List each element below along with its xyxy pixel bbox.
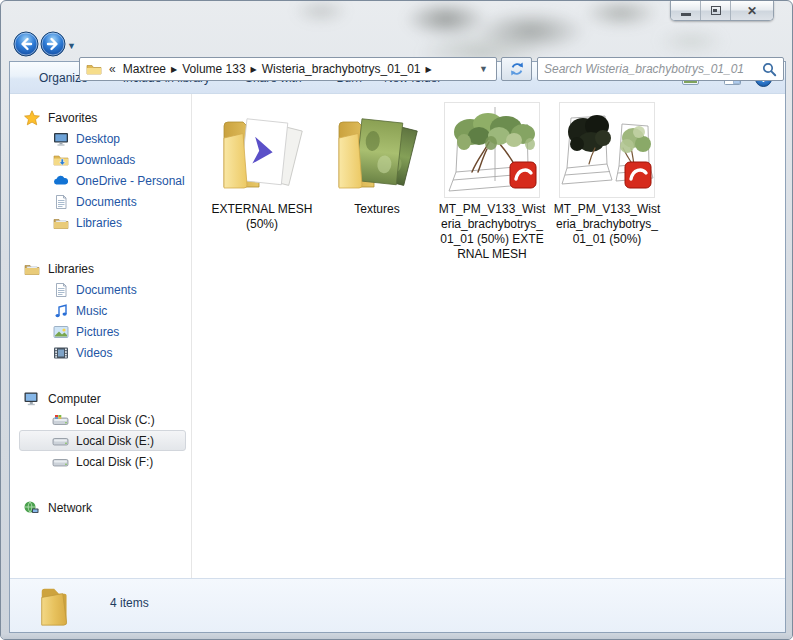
window-bottom-border <box>1 633 793 640</box>
breadcrumb-item-volume[interactable]: Volume 133 <box>178 62 249 76</box>
search-input[interactable] <box>544 62 762 76</box>
breadcrumb-separator-icon: ▶ <box>425 65 433 74</box>
sketchup-file-thumbnail <box>444 102 540 198</box>
sidebar-section-computer: Computer Local Disk (C:) Local Disk (E:) <box>10 388 191 472</box>
sidebar-header-favorites[interactable]: Favorites <box>10 107 191 128</box>
folder-icon <box>34 586 80 628</box>
window-controls: ✕ <box>670 1 774 21</box>
sidebar-item-music[interactable]: Music <box>19 300 186 321</box>
recent-pages-dropdown[interactable]: ▼ <box>67 41 76 51</box>
folder-icon <box>329 102 425 198</box>
sketchup-badge <box>625 162 651 188</box>
navigation-bar: ▼ « Maxtree ▶ Volume 133 ▶ Wisteria_brac… <box>1 26 793 61</box>
breadcrumb-item-wisteria[interactable]: Wisteria_brachybotrys_01_01 <box>258 62 425 76</box>
file-tile-external-mesh-folder[interactable]: EXTERNAL MESH (50%) <box>205 102 319 232</box>
star-icon <box>23 109 40 126</box>
sidebar-section-favorites: Favorites Desktop Downloads <box>10 107 191 233</box>
breadcrumb-item-maxtree[interactable]: Maxtree <box>119 62 170 76</box>
file-tile-skp-external-mesh[interactable]: MT_PM_V133_Wisteria_brachybotrys_01_01 (… <box>435 102 549 262</box>
disk-icon <box>52 453 69 470</box>
file-label: Textures <box>323 202 431 217</box>
disk-icon <box>52 432 69 449</box>
computer-icon <box>23 390 40 407</box>
disk-c-icon <box>52 411 69 428</box>
explorer-body: Favorites Desktop Downloads <box>10 94 785 578</box>
sketchup-file-thumbnail <box>559 102 655 198</box>
forward-button[interactable] <box>40 31 66 57</box>
item-count: 4 items <box>110 596 149 610</box>
forward-icon <box>40 31 66 57</box>
back-button[interactable] <box>13 31 39 57</box>
downloads-icon <box>52 151 69 168</box>
file-label: EXTERNAL MESH (50%) <box>208 202 316 232</box>
client-area: Organize ▼ Include in library ▼ Share wi… <box>9 61 786 633</box>
sidebar-item-desktop[interactable]: Desktop <box>19 128 186 149</box>
music-icon <box>52 302 69 319</box>
sidebar-item-documents[interactable]: Documents <box>19 191 186 212</box>
folder-icon <box>214 102 310 198</box>
search-icon[interactable] <box>762 62 777 77</box>
libraries-icon <box>23 260 40 277</box>
sidebar-section-libraries: Libraries Documents Music <box>10 258 191 363</box>
address-dropdown-icon[interactable]: ▼ <box>475 64 492 74</box>
sidebar-item-downloads[interactable]: Downloads <box>19 149 186 170</box>
sidebar-item-local-disk-c[interactable]: Local Disk (C:) <box>19 409 186 430</box>
sidebar-header-computer[interactable]: Computer <box>10 388 191 409</box>
minimize-button[interactable] <box>671 1 701 20</box>
refresh-icon <box>509 61 525 77</box>
back-icon <box>13 31 39 57</box>
document-icon <box>52 281 69 298</box>
file-label: MT_PM_V133_Wisteria_brachybotrys_01_01 (… <box>553 202 661 247</box>
search-box <box>537 57 784 81</box>
sidebar-item-pictures[interactable]: Pictures <box>19 321 186 342</box>
pictures-icon <box>52 323 69 340</box>
explorer-window: ✕ ▼ <box>0 0 793 640</box>
sidebar-item-local-disk-f[interactable]: Local Disk (F:) <box>19 451 186 472</box>
file-label: MT_PM_V133_Wisteria_brachybotrys_01_01 (… <box>438 202 546 262</box>
close-button[interactable]: ✕ <box>731 1 773 20</box>
minimize-icon <box>681 13 691 16</box>
sidebar-header-libraries[interactable]: Libraries <box>10 258 191 279</box>
file-list: EXTERNAL MESH (50%) <box>192 94 785 578</box>
onedrive-icon <box>52 172 69 189</box>
address-bar[interactable]: « Maxtree ▶ Volume 133 ▶ Wisteria_brachy… <box>79 57 497 81</box>
sketchup-badge <box>510 162 536 188</box>
breadcrumb-overflow[interactable]: « <box>109 62 116 76</box>
sidebar-item-onedrive[interactable]: OneDrive - Personal <box>19 170 186 191</box>
breadcrumb-separator-icon: ▶ <box>250 65 258 74</box>
sidebar-header-network[interactable]: Network <box>10 497 191 518</box>
navigation-pane: Favorites Desktop Downloads <box>10 94 192 578</box>
sidebar-item-local-disk-e[interactable]: Local Disk (E:) <box>19 430 186 451</box>
file-tile-textures-folder[interactable]: Textures <box>320 102 434 217</box>
restore-icon <box>711 6 721 15</box>
refresh-button[interactable] <box>501 57 532 81</box>
close-icon: ✕ <box>747 5 757 17</box>
videos-icon <box>52 344 69 361</box>
breadcrumb-separator-icon: ▶ <box>170 65 178 74</box>
file-tile-skp-main[interactable]: MT_PM_V133_Wisteria_brachybotrys_01_01 (… <box>550 102 664 247</box>
address-folder-icon <box>86 61 102 77</box>
desktop-icon <box>52 130 69 147</box>
restore-button[interactable] <box>701 1 731 20</box>
libraries-icon <box>52 214 69 231</box>
sidebar-item-libraries[interactable]: Libraries <box>19 212 186 233</box>
sidebar-section-network: Network <box>10 497 191 518</box>
sidebar-item-lib-documents[interactable]: Documents <box>19 279 186 300</box>
document-icon <box>52 193 69 210</box>
sidebar-item-videos[interactable]: Videos <box>19 342 186 363</box>
details-pane: 4 items <box>10 578 785 632</box>
network-icon <box>23 499 40 516</box>
